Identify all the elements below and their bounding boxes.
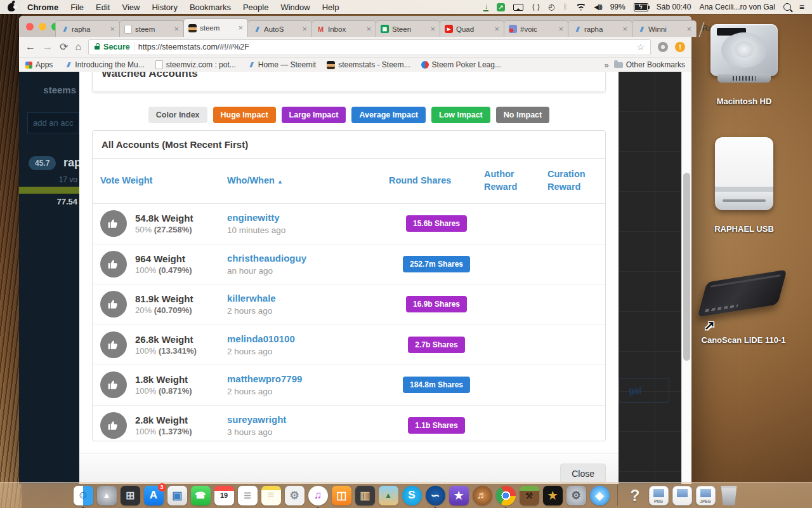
tab-close-icon[interactable]: × bbox=[558, 26, 563, 32]
column-vote-weight[interactable]: Vote Weight bbox=[100, 175, 227, 187]
tab-inbox[interactable]: MInbox× bbox=[311, 20, 376, 37]
back-button[interactable]: ← bbox=[25, 42, 36, 52]
tab-winni[interactable]: ///Winni× bbox=[632, 20, 697, 37]
tab-close-icon[interactable]: × bbox=[110, 26, 115, 32]
scrollbar-thumb[interactable] bbox=[683, 173, 690, 361]
close-button[interactable]: Close bbox=[560, 464, 606, 484]
minimize-window-button[interactable] bbox=[39, 23, 46, 30]
tab-steem[interactable]: steem× bbox=[119, 20, 184, 37]
dock-item-ibooks[interactable]: ◫ bbox=[332, 486, 351, 505]
desktop-icon-raphael-usb[interactable]: RAPHAEL USB bbox=[700, 137, 789, 234]
bookmark-apps[interactable]: Apps bbox=[25, 60, 53, 69]
tab-rapha[interactable]: ///rapha× bbox=[568, 20, 632, 37]
tab-voic[interactable]: #voic× bbox=[504, 20, 568, 37]
dock-item-calendar[interactable]: 19 bbox=[214, 486, 234, 505]
account-link[interactable]: enginewitty bbox=[227, 212, 280, 223]
column-round-shares[interactable]: Round Shares bbox=[389, 175, 484, 187]
dock-item-png-file[interactable]: PNG bbox=[649, 486, 669, 505]
menu-people[interactable]: People bbox=[243, 3, 268, 12]
tab-quad[interactable]: ▶Quad× bbox=[440, 20, 504, 37]
dock-item-image-capture[interactable]: ▲ bbox=[379, 486, 398, 505]
dock-item-trash[interactable] bbox=[719, 486, 739, 505]
share-arrow-icon[interactable]: ↗ bbox=[497, 3, 505, 11]
bookmark-steempokerleag[interactable]: Steem Poker Leag... bbox=[421, 60, 501, 69]
tab-close-icon[interactable]: × bbox=[686, 26, 691, 32]
home-button[interactable]: ⌂ bbox=[75, 42, 81, 52]
forward-button[interactable]: → bbox=[43, 42, 53, 52]
menu-bookmarks[interactable]: Bookmarks bbox=[190, 3, 231, 12]
tab-close-icon[interactable]: × bbox=[494, 26, 499, 32]
time-machine-icon[interactable]: ◴ bbox=[548, 3, 554, 11]
menu-view[interactable]: View bbox=[122, 3, 140, 12]
tab-steem[interactable]: steem× bbox=[183, 18, 248, 37]
dock-item-itunes[interactable]: ♫ bbox=[308, 486, 328, 505]
sidebar-username[interactable]: rap bbox=[63, 156, 81, 170]
menu-history[interactable]: History bbox=[152, 3, 177, 12]
menu-help[interactable]: Help bbox=[322, 3, 339, 12]
other-bookmarks[interactable]: Other Bookmarks bbox=[614, 60, 685, 69]
dock-item-chrome[interactable] bbox=[496, 486, 516, 505]
menu-chrome[interactable]: Chrome bbox=[27, 3, 58, 12]
dock-item-notes[interactable]: ≡ bbox=[261, 486, 281, 505]
menu-file[interactable]: File bbox=[70, 3, 84, 12]
desktop-icon-canoscan[interactable]: ↗ CanoScan LiDE 110-1 bbox=[693, 272, 794, 338]
code-brackets-icon[interactable]: ⟨ ⟩ bbox=[532, 3, 540, 11]
bookmark-steemstatsstee[interactable]: steemstats - Steem... bbox=[327, 60, 410, 69]
battery-icon[interactable]: ϟ bbox=[634, 3, 648, 11]
column-who-when[interactable]: Who/When▲ bbox=[227, 175, 389, 187]
dock-item-garageband[interactable]: ♬ bbox=[473, 486, 492, 505]
account-link[interactable]: killerwhale bbox=[227, 293, 276, 304]
tab-rapha[interactable]: ///rapha× bbox=[55, 20, 120, 37]
close-window-button[interactable] bbox=[26, 23, 34, 30]
dock-item-finder[interactable]: ☺ bbox=[74, 486, 93, 505]
dock-item-system-preferences[interactable]: ⚙ bbox=[566, 486, 586, 505]
spotlight-search-icon[interactable] bbox=[783, 3, 791, 11]
menu-window[interactable]: Window bbox=[280, 3, 310, 12]
bookmarks-overflow-icon[interactable]: » bbox=[604, 60, 608, 70]
dock-item-game-blocks[interactable]: ⚒ bbox=[520, 486, 539, 505]
wifi-icon[interactable] bbox=[576, 3, 586, 11]
tab-close-icon[interactable]: × bbox=[622, 26, 627, 32]
extension-icon-orange[interactable]: ! bbox=[675, 42, 685, 52]
bookmark-homesteemit[interactable]: ///Home — Steemit bbox=[247, 60, 316, 69]
dock-item-jpeg-file[interactable]: JPEG bbox=[696, 486, 716, 505]
tab-close-icon[interactable]: × bbox=[302, 26, 307, 32]
bookmark-star-icon[interactable]: ☆ bbox=[636, 42, 645, 52]
bookmark-introducingthe[interactable]: ///Introducing the Mu... bbox=[63, 60, 144, 69]
tab-close-icon[interactable]: × bbox=[366, 26, 371, 32]
account-link[interactable]: sureyawright bbox=[227, 414, 286, 425]
reload-button[interactable]: ⟳ bbox=[60, 42, 68, 52]
column-author-reward[interactable]: Author Reward bbox=[484, 168, 547, 193]
dock-item-skype[interactable]: S bbox=[402, 486, 422, 505]
dock-item-app-store[interactable]: A3 bbox=[144, 486, 164, 505]
tab-autos[interactable]: ///AutoS× bbox=[247, 20, 312, 37]
url-text[interactable]: https://steemstats.com/#!/#%2F bbox=[138, 43, 249, 51]
dock-item-photos-app[interactable]: ⚙ bbox=[285, 486, 304, 505]
secure-lock-icon[interactable] bbox=[95, 46, 100, 50]
menu-edit[interactable]: Edit bbox=[96, 3, 110, 12]
dock-item-missing-app[interactable]: ? bbox=[625, 486, 645, 505]
airplay-display-icon[interactable] bbox=[513, 4, 523, 11]
dock-item-openoffice[interactable]: ∽ bbox=[426, 486, 445, 505]
dock-item-imovie[interactable]: ★ bbox=[449, 486, 469, 505]
extension-icon-grey[interactable] bbox=[658, 42, 668, 52]
bluetooth-icon[interactable]: ᛒ bbox=[563, 3, 568, 11]
dock-item-screenshot-file[interactable] bbox=[672, 486, 692, 505]
apple-menu-icon[interactable] bbox=[8, 3, 15, 11]
bookmark-steemvizcompot[interactable]: steemviz.com : pot... bbox=[155, 60, 236, 69]
menu-clock[interactable]: Sáb 00:40 bbox=[657, 3, 691, 11]
tab-close-icon[interactable]: × bbox=[238, 25, 243, 31]
dock-item-preview[interactable]: ▣ bbox=[167, 486, 187, 505]
dock-item-reminders[interactable]: ☰ bbox=[238, 486, 258, 505]
dock-item-photo-booth[interactable]: ▥ bbox=[355, 486, 375, 505]
dock-item-facetime[interactable]: ☎ bbox=[191, 486, 211, 505]
tab-close-icon[interactable]: × bbox=[174, 26, 179, 32]
download-manager-icon[interactable]: ↓ bbox=[483, 3, 488, 11]
page-scrollbar[interactable] bbox=[681, 72, 691, 484]
column-curation-reward[interactable]: Curation Reward bbox=[547, 168, 605, 193]
tab-close-icon[interactable]: × bbox=[430, 26, 435, 32]
desktop-icon-macintosh-hd[interactable]: Macintosh HD bbox=[700, 24, 789, 106]
dock-item-safari[interactable]: ◈ bbox=[590, 486, 610, 505]
dock-item-mission-control[interactable]: ⊞ bbox=[121, 486, 140, 505]
user-menu[interactable]: Ana Cecili...ro von Gal bbox=[699, 3, 775, 11]
